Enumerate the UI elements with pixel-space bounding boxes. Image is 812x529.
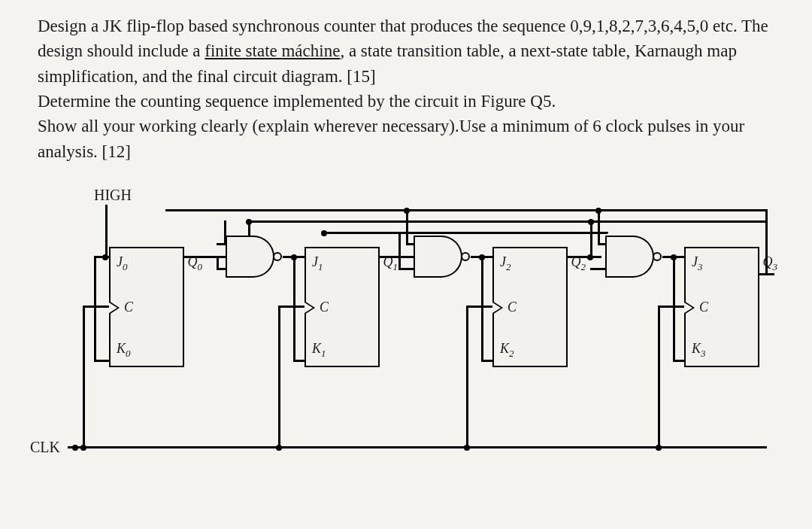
wire-rail-top2 — [248, 220, 767, 223]
wire-clk2-v — [466, 306, 468, 447]
dot-clk0 — [80, 445, 86, 451]
wire-j2k2-v — [481, 256, 483, 361]
ff1-k-label: K1 — [312, 341, 326, 360]
wire-rail-top1 — [165, 209, 767, 211]
flipflop-1: J1 C K1 Q1 — [304, 247, 380, 367]
wire-high-to-k0-v — [94, 256, 96, 361]
wire-rail-top3 — [323, 232, 607, 234]
dot-clk3 — [656, 445, 662, 451]
wire-j3k3-v — [673, 256, 675, 361]
circuit-diagram: HIGH CLK J0 C K0 Q0 — [38, 187, 774, 473]
part-a-underline: finite state máchine — [205, 41, 340, 60]
wire-j1k1-v — [293, 256, 295, 361]
wire-high-stub — [105, 205, 108, 257]
wire-q2-out — [568, 256, 601, 258]
ff2-j-label: J2 — [500, 254, 511, 273]
flipflop-2: J2 C K2 Q2 — [492, 247, 568, 367]
wire-clk3-v — [658, 306, 660, 447]
high-label: HIGH — [94, 187, 132, 204]
dot-j3 — [671, 254, 677, 260]
dot-rail3-start — [321, 230, 327, 236]
part-b-line2: Show all your working clearly (explain w… — [38, 117, 744, 160]
ff1-c-label: C — [320, 299, 329, 315]
wire-q1-out — [380, 256, 414, 258]
dot-clk-origin — [72, 445, 78, 451]
flipflop-0: J0 C K0 Q0 — [109, 247, 184, 367]
wire-clk0-v — [83, 306, 85, 447]
dot-nand3-rail2 — [588, 219, 594, 225]
nand-gate-3 — [605, 236, 664, 281]
ff0-j-label: J0 — [117, 254, 128, 273]
ff0-c-label: C — [124, 299, 133, 315]
nand-gate-1 — [226, 236, 284, 281]
ff0-k-label: K0 — [117, 341, 131, 360]
part-b-line1: Determine the counting sequence implemen… — [38, 92, 556, 111]
ff2-c-label: C — [508, 299, 517, 315]
ff2-k-label: K2 — [500, 341, 514, 360]
dot-clk2 — [464, 445, 470, 451]
ff1-j-label: J1 — [312, 254, 323, 273]
ff3-j-label: J3 — [692, 254, 703, 273]
dot-nand2-rail1 — [404, 208, 410, 214]
dot-j0 — [102, 254, 108, 260]
dot-j2 — [479, 254, 485, 260]
dot-rail2-start — [246, 219, 252, 225]
wire-clk3-h — [658, 306, 684, 308]
wire-clk0-h — [83, 306, 109, 308]
clk-label: CLK — [30, 439, 60, 456]
wire-clk2-h — [466, 306, 492, 308]
wire-clk1-h — [278, 306, 304, 308]
problem-text: Design a JK flip-flop based synchronous … — [38, 14, 782, 164]
dot-clk1 — [276, 445, 282, 451]
dot-nand3-rail — [595, 208, 601, 214]
wire-q0-out — [184, 256, 226, 258]
dot-j1 — [291, 254, 297, 260]
ff3-c-label: C — [699, 299, 708, 315]
flipflop-3: J3 C K3 Q3 — [684, 247, 759, 367]
wire-nand2-in-a — [406, 209, 408, 243]
wire-clk1-v — [278, 306, 280, 447]
wire-nand1-in-top — [224, 220, 226, 243]
wire-clk-bus — [68, 446, 767, 448]
wire-nand3-in-a — [598, 209, 600, 243]
nand-gate-2 — [414, 236, 472, 281]
wire-k0 — [94, 360, 111, 362]
ff3-k-label: K3 — [692, 341, 706, 360]
wire-fb-q3-v — [765, 209, 768, 275]
page: Design a JK flip-flop based synchronous … — [0, 0, 812, 473]
